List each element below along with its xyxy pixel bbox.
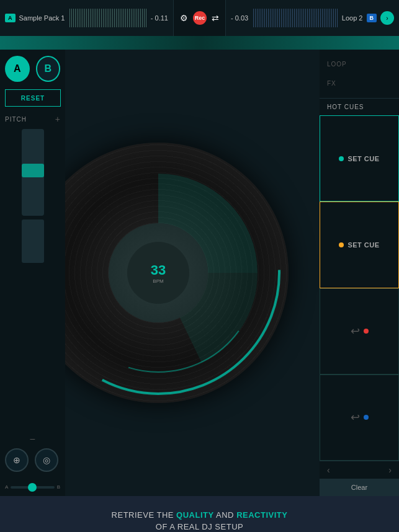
volume-icon[interactable]: ◎ [35, 448, 58, 472]
cue-return-icon-4: ↩ [351, 410, 360, 424]
tab-loop[interactable]: LOOP [320, 55, 399, 74]
pitch-slider[interactable] [22, 129, 44, 216]
right-tabs: LOOP FX [320, 50, 399, 98]
hot-cue-slot-3[interactable]: ↩ [320, 288, 399, 375]
cue-dot-3 [364, 329, 369, 334]
turntable-bpm-label: BPM [153, 278, 163, 284]
pitch-slider-area [5, 129, 60, 428]
reset-button[interactable]: RESET [5, 89, 61, 107]
header: A Sample Pack 1 - 0.11 ⚙ Rec ⇄ - 0.03 Lo… [0, 0, 399, 36]
pitch-label: PITCH [5, 116, 27, 123]
hot-cue-nav: ‹ › [320, 461, 399, 479]
waveform-left[interactable] [68, 9, 146, 27]
turntable-label-inner: 33 BPM [127, 242, 189, 304]
a-button[interactable]: A [5, 56, 30, 82]
turntable[interactable]: 33 BPM [65, 143, 289, 403]
pitch-row: PITCH + [5, 114, 60, 124]
crossfade-icon[interactable]: ⇄ [212, 13, 219, 23]
ab-buttons: A B [5, 56, 60, 82]
b-button[interactable]: B [36, 56, 61, 82]
footer-prefix: RETRIEVE THE [112, 510, 177, 520]
hot-cue-slot-1[interactable]: SET CUE [320, 115, 399, 202]
right-track-info: - 0.03 Loop 2 B › [225, 0, 399, 36]
cue-return-icon-3: ↩ [351, 324, 360, 338]
cue-dot-2 [339, 242, 344, 247]
cue-text-1: SET CUE [347, 155, 379, 162]
track-b-name: Loop 2 [342, 14, 363, 22]
footer-quality: QUALITY [176, 510, 214, 520]
footer-line1: RETRIEVE THE QUALITY AND REACTIVITY [112, 510, 288, 520]
left-panel: A B RESET PITCH + – ⊕ ◎ A B [0, 50, 65, 496]
hot-cue-slot-2[interactable]: SET CUE [320, 202, 399, 288]
crossfade-track[interactable] [11, 486, 54, 489]
left-track-info: A Sample Pack 1 - 0.11 [0, 0, 174, 36]
track-b-label: B [367, 14, 377, 22]
header-center-controls: ⚙ Rec ⇄ [174, 0, 225, 36]
footer-reactivity: REACTIVITY [236, 510, 287, 520]
bottom-icons: ⊕ ◎ [5, 448, 60, 477]
crossfade-row: A B [5, 484, 60, 490]
top-waveform-strip [0, 36, 399, 50]
right-panel: LOOP FX HOT CUES SET CUE SET CUE ↩ ↩ [320, 50, 399, 496]
hot-cue-slots: SET CUE SET CUE ↩ ↩ [320, 115, 399, 461]
track-a-name: Sample Pack 1 [19, 14, 65, 22]
eq-icon[interactable]: ⊕ [5, 448, 29, 472]
track-a-time: - 0.11 [151, 14, 168, 22]
turntable-bpm: 33 [151, 262, 166, 278]
footer-mid: AND [214, 510, 236, 520]
hot-cue-slot-4[interactable]: ↩ [320, 375, 399, 461]
scroll-button[interactable]: › [380, 11, 394, 25]
cue-dot-1 [339, 156, 344, 161]
track-a-label: A [5, 14, 16, 22]
cf-label-a: A [5, 484, 8, 490]
pitch-minus-icon[interactable]: – [5, 433, 60, 443]
waveform-right[interactable] [252, 9, 338, 27]
main-content: A B RESET PITCH + – ⊕ ◎ A B [0, 50, 399, 496]
cf-label-b: B [57, 484, 60, 490]
footer: RETRIEVE THE QUALITY AND REACTIVITY OF A… [0, 496, 399, 532]
pitch-slider-thumb [22, 164, 44, 177]
nav-next-arrow[interactable]: › [388, 465, 392, 475]
cue-text-2: SET CUE [347, 241, 379, 249]
nav-prev-arrow[interactable]: ‹ [327, 465, 330, 475]
cue-dot-4 [364, 415, 369, 420]
pitch-display [22, 219, 44, 263]
hot-cues-label: HOT CUES [320, 98, 399, 115]
gear-icon[interactable]: ⚙ [180, 13, 188, 23]
track-b-time: - 0.03 [231, 14, 248, 22]
clear-button[interactable]: Clear [320, 479, 399, 496]
turntable-label: 33 BPM [109, 223, 208, 322]
turntable-area[interactable]: 33 BPM [65, 50, 320, 496]
footer-line2: OF A REAL DJ SETUP [156, 522, 243, 531]
tab-fx[interactable]: FX [320, 74, 399, 93]
crossfade-thumb [28, 483, 37, 492]
rec-button[interactable]: Rec [193, 11, 207, 25]
pitch-plus-icon[interactable]: + [55, 114, 60, 124]
